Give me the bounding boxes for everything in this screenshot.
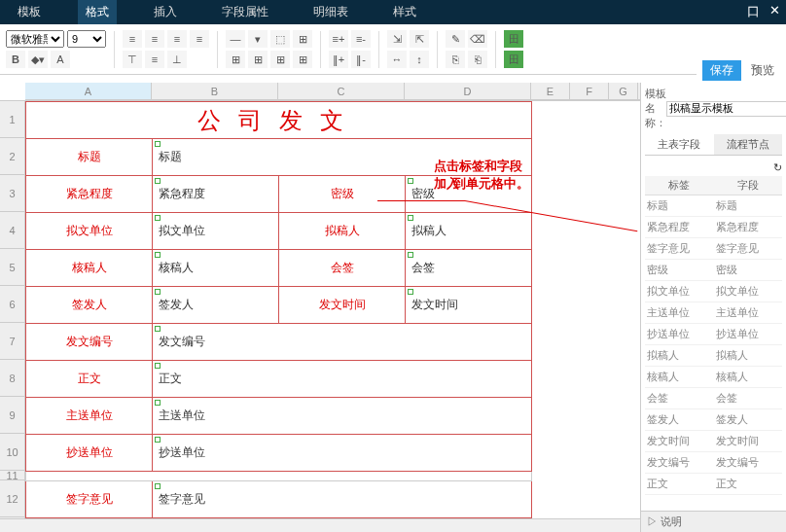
row-5[interactable]: 5 [0, 249, 24, 286]
row-2[interactable]: 2 [0, 138, 24, 175]
cell-A9[interactable]: 主送单位 [26, 398, 153, 435]
clear-button[interactable]: ⌫ [468, 30, 487, 48]
cell-A3[interactable]: 紧急程度 [26, 176, 153, 213]
cell-B9[interactable]: 主送单位 [153, 398, 532, 435]
cell-A6[interactable]: 签发人 [26, 287, 153, 324]
menu-template[interactable]: 模板 [10, 0, 49, 24]
cell-B12[interactable]: 签字意见 [153, 481, 532, 518]
col-A[interactable]: A [25, 83, 152, 99]
align-right-button[interactable]: ≡ [167, 30, 187, 48]
grid-toggle-2-button[interactable]: 田 [504, 51, 523, 68]
valign-top-button[interactable]: ⊤ [123, 51, 142, 68]
list-item[interactable]: 密级 [714, 260, 783, 281]
align-left-button[interactable]: ≡ [123, 30, 142, 48]
list-item[interactable]: 签发人 [645, 409, 714, 431]
col-B[interactable]: B [152, 83, 278, 99]
list-item[interactable]: 发文编号 [645, 452, 714, 474]
cell-B8[interactable]: 正文 [153, 361, 532, 398]
restore-icon[interactable]: 口 [747, 3, 760, 20]
list-item[interactable]: 抄送单位 [714, 324, 783, 345]
cell-B10[interactable]: 抄送单位 [153, 435, 532, 472]
autofit-1-button[interactable]: ⇲ [387, 30, 407, 48]
tab-flownodes[interactable]: 流程节点 [714, 134, 783, 155]
insert-col-button[interactable]: ‖+ [329, 51, 348, 68]
row-8[interactable]: 8 [0, 360, 24, 397]
row-9[interactable]: 9 [0, 397, 24, 434]
font-color-button[interactable]: A [51, 51, 70, 68]
delete-row-button[interactable]: ≡- [351, 30, 371, 48]
merge-1-button[interactable]: ⊞ [226, 51, 245, 68]
autofit-3-button[interactable]: ↔ [387, 51, 407, 68]
row-6[interactable]: 6 [0, 286, 24, 323]
row-1[interactable]: 1 [0, 101, 24, 138]
list-item[interactable]: 会签 [714, 388, 783, 409]
list-item[interactable]: 拟稿人 [645, 345, 714, 367]
merge-2-button[interactable]: ⊞ [248, 51, 268, 68]
valign-bot-button[interactable]: ⊥ [167, 51, 187, 68]
row-7[interactable]: 7 [0, 323, 24, 360]
col-E[interactable]: E [531, 83, 570, 99]
preview-button[interactable]: 预览 [745, 60, 780, 81]
col-D[interactable]: D [405, 83, 531, 99]
font-size-select[interactable]: 9 [67, 30, 106, 48]
cell-gap[interactable] [26, 472, 532, 481]
list-item[interactable]: 标题 [645, 195, 714, 217]
list-item[interactable]: 正文 [714, 474, 783, 495]
border-style-button[interactable]: ⬚ [270, 30, 290, 48]
align-justify-button[interactable]: ≡ [190, 30, 209, 48]
cell-title[interactable]: 公司发文 [26, 102, 532, 139]
cell-A12[interactable]: 签字意见 [26, 481, 153, 518]
list-item[interactable]: 紧急程度 [645, 217, 714, 238]
cell-A2[interactable]: 标题 [26, 139, 153, 176]
panel-footer[interactable]: ▷ 说明 [641, 511, 786, 532]
list-item[interactable]: 标题 [714, 195, 783, 217]
tab-mainfields[interactable]: 主表字段 [645, 134, 714, 155]
row-10[interactable]: 10 [0, 434, 24, 471]
list-item[interactable]: 抄送单位 [645, 324, 714, 345]
delete-col-button[interactable]: ‖- [351, 51, 371, 68]
list-item[interactable]: 拟稿人 [714, 345, 783, 367]
list-item[interactable]: 签发人 [714, 409, 783, 431]
cell-D5[interactable]: 会签 [406, 250, 532, 287]
cell-B3[interactable]: 紧急程度 [153, 176, 279, 213]
list-item[interactable]: 发文时间 [645, 431, 714, 452]
close-icon[interactable]: ✕ [769, 3, 780, 20]
horizontal-scrollbar[interactable] [0, 518, 640, 532]
cell-B7[interactable]: 发文编号 [153, 324, 532, 361]
cell-C5[interactable]: 会签 [279, 250, 406, 287]
list-item[interactable]: 核稿人 [645, 367, 714, 388]
font-family-select[interactable]: 微软雅黑 [6, 30, 64, 48]
align-center-button[interactable]: ≡ [145, 30, 164, 48]
cell-C3[interactable]: 密级 [279, 176, 406, 213]
list-item[interactable]: 发文编号 [714, 452, 783, 474]
cell-C4[interactable]: 拟稿人 [279, 213, 406, 250]
list-item[interactable]: 拟文单位 [645, 281, 714, 302]
list-item[interactable]: 会签 [645, 388, 714, 409]
cell-D4[interactable]: 拟稿人 [406, 213, 532, 250]
row-4[interactable]: 4 [0, 212, 24, 249]
list-item[interactable]: 拟文单位 [714, 281, 783, 302]
cell-D3[interactable]: 密级 [406, 176, 532, 213]
list-item[interactable]: 核稿人 [714, 367, 783, 388]
menu-fieldattr[interactable]: 字段属性 [214, 0, 276, 24]
cell-A10[interactable]: 抄送单位 [26, 435, 153, 472]
cell-B5[interactable]: 核稿人 [153, 250, 279, 287]
template-name-input[interactable] [666, 101, 786, 117]
merge-4-button[interactable]: ⊞ [293, 51, 312, 68]
menu-style[interactable]: 样式 [385, 0, 424, 24]
row-11[interactable]: 11 [0, 471, 24, 480]
fill-color-button[interactable]: ◆▾ [28, 51, 48, 68]
valign-mid-button[interactable]: ≡ [145, 51, 164, 68]
list-item[interactable]: 主送单位 [645, 302, 714, 324]
menu-format[interactable]: 格式 [78, 0, 117, 24]
row-3[interactable]: 3 [0, 175, 24, 212]
insert-row-button[interactable]: ≡+ [329, 30, 348, 48]
cell-A7[interactable]: 发文编号 [26, 324, 153, 361]
list-item[interactable]: 主送单位 [714, 302, 783, 324]
cell-A5[interactable]: 核稿人 [26, 250, 153, 287]
row-12[interactable]: 12 [0, 480, 24, 517]
menu-detail[interactable]: 明细表 [305, 0, 356, 24]
list-item[interactable]: 正文 [645, 474, 714, 495]
cell-B2[interactable]: 标题 [153, 139, 532, 176]
bold-button[interactable]: B [6, 51, 25, 68]
